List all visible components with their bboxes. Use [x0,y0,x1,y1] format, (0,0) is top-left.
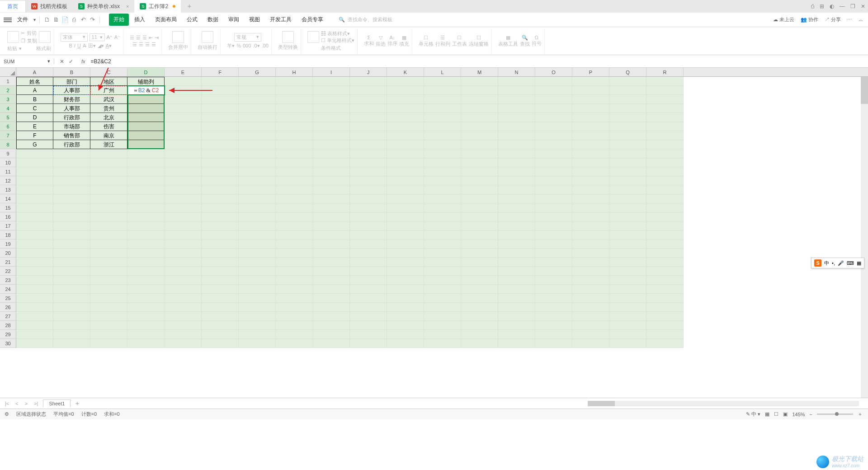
cell[interactable] [609,294,646,303]
cell[interactable] [572,249,609,258]
cell[interactable] [535,194,572,203]
cell[interactable] [646,276,684,285]
cell[interactable] [350,330,387,339]
cell[interactable] [90,230,127,240]
cell[interactable] [535,86,572,95]
share-button[interactable]: ↗ 分享 [825,16,841,23]
decrease-font-icon[interactable]: A⁻ [114,34,120,40]
cell[interactable] [387,330,424,339]
cell[interactable] [276,104,313,113]
filter-icon[interactable]: ▽ [376,35,386,41]
cell[interactable] [127,131,165,140]
row-header[interactable]: 11 [0,167,16,176]
save-icon[interactable]: 📄 [61,16,69,24]
cell[interactable] [127,203,165,212]
cell[interactable] [239,230,276,240]
cell[interactable] [313,140,350,149]
cell[interactable] [90,276,127,285]
cell[interactable] [535,158,572,167]
cell[interactable] [127,294,165,303]
cell[interactable] [202,330,239,339]
cell[interactable] [313,240,350,249]
more-icon[interactable]: ⋯ [847,17,852,23]
cell[interactable]: 辅助列 [127,77,165,86]
cell[interactable] [461,221,498,230]
tab-file-0[interactable]: W 找稻壳模板 [26,0,73,13]
view-page-icon[interactable]: ☐ [774,411,778,417]
cell[interactable] [461,212,498,221]
cell[interactable] [16,176,53,185]
cell[interactable] [165,321,202,330]
cell[interactable] [424,95,461,104]
cell[interactable] [276,95,313,104]
cell[interactable] [90,330,127,339]
cell[interactable] [16,267,53,276]
cell[interactable] [572,131,609,140]
cell[interactable]: 部门 [53,77,90,86]
cell[interactable] [609,249,646,258]
cell[interactable] [387,185,424,194]
cell[interactable] [609,185,646,194]
tab-start[interactable]: 开始 [109,14,129,26]
minimize-icon[interactable]: — [840,3,845,9]
strike-icon[interactable]: A̶ [83,43,86,49]
cell[interactable] [572,312,609,321]
cell[interactable] [609,339,646,348]
cell[interactable] [276,276,313,285]
type-convert-icon[interactable] [282,31,294,43]
cell[interactable] [387,149,424,158]
cell[interactable] [90,339,127,348]
cell[interactable] [313,104,350,113]
cell[interactable] [165,276,202,285]
cell[interactable] [572,113,609,122]
cell[interactable] [572,122,609,131]
cut-button[interactable]: ✂ 剪切 [21,30,37,37]
cell[interactable]: 行政部 [53,113,90,122]
cell[interactable] [313,330,350,339]
cell[interactable] [572,339,609,348]
cell[interactable] [609,77,646,86]
cell[interactable] [646,294,684,303]
cell[interactable] [461,203,498,212]
cell[interactable] [239,321,276,330]
row-header[interactable]: 1 [0,77,16,86]
cell[interactable] [572,258,609,267]
cell[interactable] [239,176,276,185]
collapse-ribbon-icon[interactable]: ︿ [859,16,863,23]
increase-font-icon[interactable]: A⁺ [107,34,113,40]
cell[interactable] [350,86,387,95]
row-header[interactable]: 12 [0,176,16,185]
accept-formula-icon[interactable]: ✓ [69,58,73,65]
indent-dec-icon[interactable]: ⇤ [149,35,153,41]
cell[interactable] [572,185,609,194]
cell[interactable] [350,276,387,285]
cell[interactable] [572,294,609,303]
ime-kbd-icon[interactable]: ⌨ [847,260,854,266]
row-header[interactable]: 19 [0,240,16,249]
cell[interactable] [535,267,572,276]
cell[interactable] [165,167,202,176]
cell[interactable] [609,276,646,285]
cell[interactable] [313,86,350,95]
cloud-status[interactable]: ☁ 未上云 [773,16,794,23]
cell[interactable] [646,77,684,86]
cell[interactable] [424,185,461,194]
cell[interactable] [276,131,313,140]
cell[interactable] [572,104,609,113]
cell[interactable] [350,131,387,140]
cell[interactable] [498,294,535,303]
cell[interactable] [90,312,127,321]
cell[interactable] [202,131,239,140]
cell[interactable] [350,312,387,321]
cell[interactable] [350,158,387,167]
cell[interactable] [202,339,239,348]
row-header[interactable]: 16 [0,212,16,221]
cell[interactable] [498,122,535,131]
cell[interactable] [165,303,202,312]
cell[interactable] [609,230,646,240]
cell[interactable] [535,339,572,348]
cell[interactable] [350,149,387,158]
percent-icon[interactable]: % [236,43,241,48]
cell[interactable] [572,221,609,230]
cell[interactable] [16,294,53,303]
